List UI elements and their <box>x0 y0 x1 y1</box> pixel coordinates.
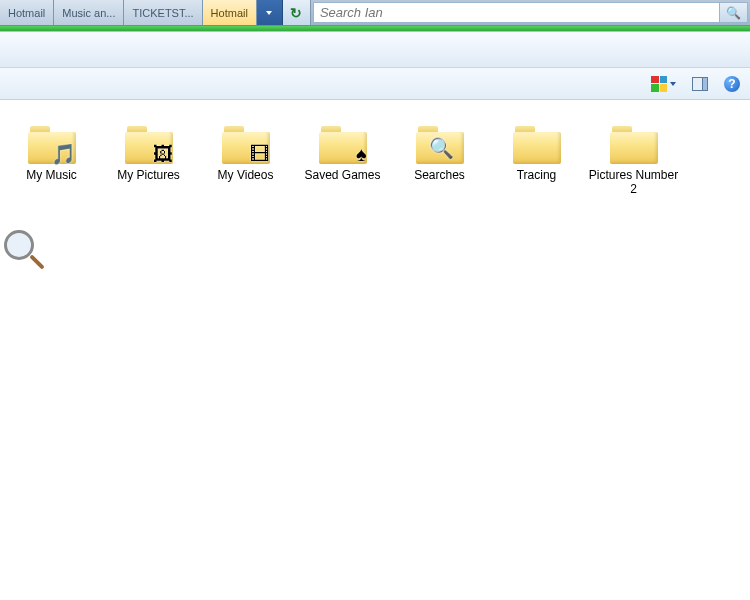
tab-hotmail-1[interactable]: Hotmail <box>0 0 54 25</box>
music-icon: 🎵 <box>51 144 76 164</box>
folder-label: Searches <box>414 168 465 182</box>
folder-saved-games[interactable]: ♠ Saved Games <box>295 118 390 201</box>
video-icon: 🎞 <box>250 144 270 164</box>
refresh-icon: ↻ <box>290 5 302 21</box>
preview-pane-icon <box>692 77 708 91</box>
change-view-button[interactable] <box>651 76 676 92</box>
tab-label: TICKETST... <box>132 7 193 19</box>
browser-tab-strip: Hotmail Music an... TICKETST... Hotmail … <box>0 0 750 26</box>
tab-hotmail-2[interactable]: Hotmail <box>203 0 257 25</box>
search-icon: 🔍 <box>726 6 741 20</box>
tab-list-dropdown[interactable] <box>257 0 283 25</box>
tab-label: Hotmail <box>8 7 45 19</box>
folder-label: Tracing <box>517 168 557 182</box>
tab-label: Music an... <box>62 7 115 19</box>
folder-icon: 🖼 <box>121 122 177 166</box>
folder-label: My Pictures <box>117 168 180 182</box>
tab-label: Hotmail <box>211 7 248 19</box>
search-box[interactable]: User F <box>313 2 720 23</box>
command-bar-area <box>0 32 750 68</box>
search-folder-icon: 🔍 <box>429 138 454 158</box>
folder-icon: ♠ <box>315 122 371 166</box>
refresh-button[interactable]: ↻ <box>283 0 311 25</box>
folder-icon <box>509 122 565 166</box>
folder-pictures-number-2[interactable]: Pictures Number 2 <box>586 118 681 201</box>
tab-music[interactable]: Music an... <box>54 0 124 25</box>
chevron-down-icon <box>266 11 272 15</box>
help-button[interactable]: ? <box>724 76 740 92</box>
search-input[interactable] <box>320 5 713 20</box>
preview-pane-button[interactable] <box>692 77 708 91</box>
folder-my-music[interactable]: 🎵 My Music <box>4 118 99 201</box>
folder-label: My Videos <box>218 168 274 182</box>
folder-tracing[interactable]: Tracing <box>489 118 584 201</box>
tab-tickets[interactable]: TICKETST... <box>124 0 202 25</box>
view-icons-icon <box>651 76 667 92</box>
folder-label: Pictures Number 2 <box>588 168 679 197</box>
game-icon: ♠ <box>356 144 367 164</box>
explorer-toolbar: ? <box>0 68 750 100</box>
folder-label: Saved Games <box>304 168 380 182</box>
folder-my-videos[interactable]: 🎞 My Videos <box>198 118 293 201</box>
search-button[interactable]: 🔍 <box>720 2 748 23</box>
folder-icon: 🔍 <box>412 122 468 166</box>
folder-label: My Music <box>26 168 77 182</box>
folder-view: 🎵 My Music 🖼 My Pictures 🎞 My Videos ♠ S… <box>0 100 750 219</box>
magnifier-cursor-icon <box>4 230 48 274</box>
folder-my-pictures[interactable]: 🖼 My Pictures <box>101 118 196 201</box>
help-icon: ? <box>724 76 740 92</box>
folder-icon: 🎵 <box>24 122 80 166</box>
folder-icon <box>606 122 662 166</box>
picture-icon: 🖼 <box>153 144 173 164</box>
chevron-down-icon <box>670 82 676 86</box>
folder-searches[interactable]: 🔍 Searches <box>392 118 487 201</box>
folder-icon: 🎞 <box>218 122 274 166</box>
